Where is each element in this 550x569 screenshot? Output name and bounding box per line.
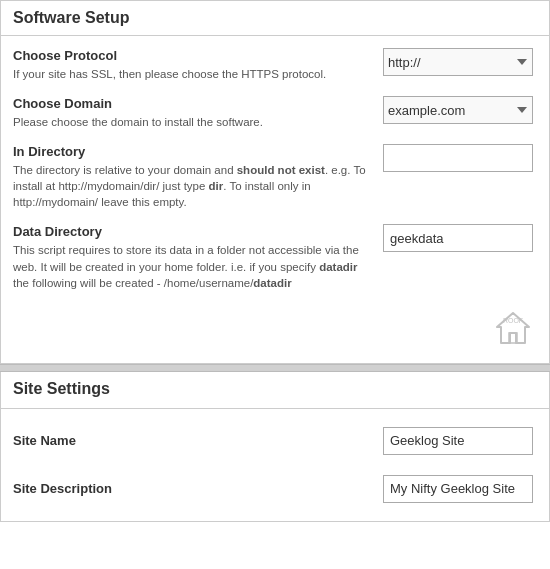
domain-select[interactable]: example.com: [383, 96, 533, 124]
software-setup-section: Software Setup Choose Protocol If your s…: [0, 0, 550, 364]
domain-label-col: Choose Domain Please choose the domain t…: [13, 96, 383, 130]
in-directory-description: The directory is relative to your domain…: [13, 162, 373, 210]
house-icon: ROOF: [495, 309, 531, 345]
data-directory-description: This script requires to store its data i…: [13, 242, 373, 290]
data-directory-label: Data Directory: [13, 224, 373, 239]
in-directory-control: [383, 144, 537, 172]
site-name-input[interactable]: [383, 427, 533, 455]
software-setup-body: Choose Protocol If your site has SSL, th…: [1, 36, 549, 363]
protocol-label-col: Choose Protocol If your site has SSL, th…: [13, 48, 383, 82]
protocol-label: Choose Protocol: [13, 48, 373, 63]
data-directory-label-col: Data Directory This script requires to s…: [13, 224, 383, 290]
protocol-description: If your site has SSL, then please choose…: [13, 66, 373, 82]
protocol-row: Choose Protocol If your site has SSL, th…: [13, 48, 537, 82]
in-directory-label: In Directory: [13, 144, 373, 159]
domain-control: example.com: [383, 96, 537, 124]
site-description-label: Site Description: [13, 481, 373, 496]
software-setup-header: Software Setup: [1, 1, 549, 36]
domain-description: Please choose the domain to install the …: [13, 114, 373, 130]
site-settings-section: Site Settings Site Name Site Description: [0, 372, 550, 522]
section-separator: [0, 364, 550, 372]
site-name-label: Site Name: [13, 433, 373, 448]
domain-select-wrapper: example.com: [383, 96, 533, 124]
in-directory-label-col: In Directory The directory is relative t…: [13, 144, 383, 210]
site-name-label-col: Site Name: [13, 433, 383, 448]
site-name-control: [383, 427, 537, 455]
in-directory-input[interactable]: [383, 144, 533, 172]
site-settings-title: Site Settings: [13, 380, 110, 397]
svg-text:ROOF: ROOF: [503, 317, 523, 324]
site-settings-header: Site Settings: [1, 372, 549, 409]
site-description-input[interactable]: [383, 475, 533, 503]
icon-area: ROOF: [13, 305, 537, 351]
site-name-row: Site Name: [13, 417, 537, 465]
data-directory-input[interactable]: [383, 224, 533, 252]
in-directory-row: In Directory The directory is relative t…: [13, 144, 537, 210]
site-settings-body: Site Name Site Description: [1, 409, 549, 521]
domain-row: Choose Domain Please choose the domain t…: [13, 96, 537, 130]
protocol-control: http:// https://: [383, 48, 537, 76]
software-setup-title: Software Setup: [13, 9, 129, 26]
protocol-select[interactable]: http:// https://: [383, 48, 533, 76]
site-description-control: [383, 475, 537, 503]
site-description-row: Site Description: [13, 465, 537, 513]
site-description-label-col: Site Description: [13, 481, 383, 496]
data-directory-row: Data Directory This script requires to s…: [13, 224, 537, 290]
protocol-select-wrapper: http:// https://: [383, 48, 533, 76]
data-directory-control: [383, 224, 537, 252]
domain-label: Choose Domain: [13, 96, 373, 111]
